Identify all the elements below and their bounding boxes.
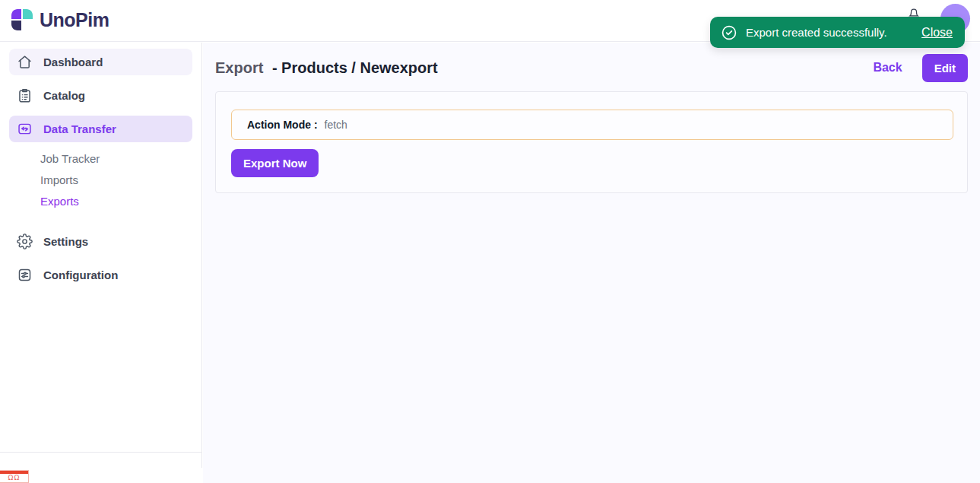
sidebar-subitem-exports[interactable]: Exports <box>9 190 192 211</box>
data-transfer-submenu: Job Tracker Imports Exports <box>9 148 192 211</box>
sidebar-item-configuration[interactable]: Configuration <box>9 262 192 288</box>
sliders-icon <box>17 267 33 283</box>
toast-message: Export created successfully. <box>746 26 921 39</box>
sidebar-item-catalog[interactable]: Catalog <box>9 82 192 109</box>
page-title: Export - Products / Newexport <box>215 59 438 77</box>
gear-icon <box>17 234 33 249</box>
sidebar-item-label: Settings <box>43 235 88 248</box>
clipboard-icon <box>17 87 33 103</box>
sidebar-subitem-job-tracker[interactable]: Job Tracker <box>9 148 192 169</box>
edit-button[interactable]: Edit <box>922 54 968 82</box>
sidebar-item-label: Configuration <box>43 269 118 281</box>
page-title-prefix: Export <box>215 59 263 76</box>
sidebar: Dashboard Catalog Data Tr <box>0 43 202 468</box>
brand-name: UnoPim <box>40 9 109 31</box>
sidebar-item-settings[interactable]: Settings <box>9 228 192 255</box>
sidebar-spacer <box>9 219 192 228</box>
sidebar-subitem-imports[interactable]: Imports <box>9 169 192 190</box>
page-title-rest: - Products / Newexport <box>272 59 438 76</box>
debugbar-toggle[interactable]: ΩΩ <box>0 470 29 483</box>
title-actions: Back Edit <box>873 54 968 82</box>
sidebar-item-label: Dashboard <box>43 56 103 68</box>
debugbar-icon: ΩΩ <box>0 474 28 482</box>
check-circle-icon <box>721 24 737 41</box>
action-mode-label: Action Mode : <box>247 119 318 131</box>
toast-notification: Export created successfully. Close <box>710 17 965 48</box>
export-panel: Action Mode : fetch Export Now <box>215 91 968 193</box>
home-icon <box>17 54 33 70</box>
brand-logo[interactable]: UnoPim <box>10 8 109 32</box>
export-now-button[interactable]: Export Now <box>231 149 319 177</box>
sidebar-nav: Dashboard Catalog Data Tr <box>0 43 201 453</box>
brand-logo-icon <box>10 8 34 32</box>
action-mode-field: Action Mode : fetch <box>231 110 953 140</box>
toast-close-link[interactable]: Close <box>921 26 953 40</box>
page-title-row: Export - Products / Newexport Back Edit <box>215 52 968 83</box>
sidebar-item-dashboard[interactable]: Dashboard <box>9 49 192 75</box>
sidebar-item-label: Data Transfer <box>43 122 116 135</box>
back-link[interactable]: Back <box>873 61 902 75</box>
action-mode-value: fetch <box>325 119 347 131</box>
sidebar-item-label: Catalog <box>43 89 85 102</box>
sidebar-item-data-transfer[interactable]: Data Transfer <box>9 116 192 142</box>
transfer-icon <box>17 121 33 137</box>
main-content: Export - Products / Newexport Back Edit … <box>203 43 980 483</box>
